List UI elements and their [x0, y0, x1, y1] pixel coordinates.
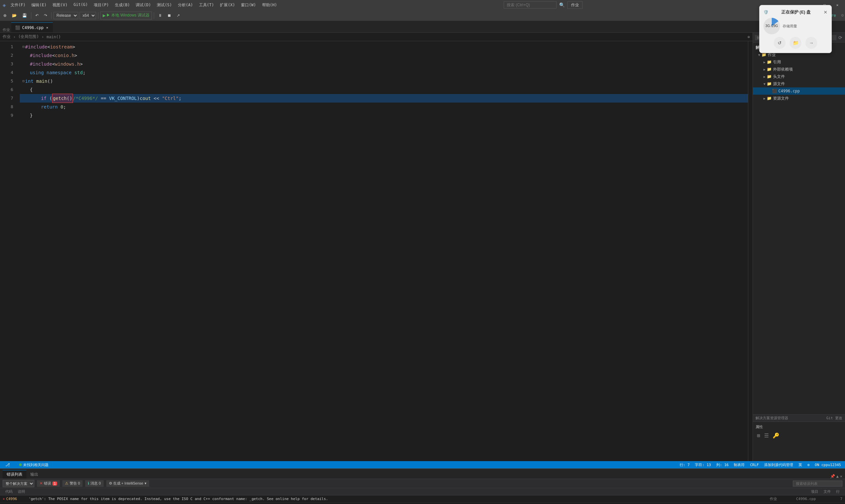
error-search-input[interactable]	[793, 481, 842, 487]
resource-files-label: 资源文件	[773, 96, 789, 101]
editor-scrollbar[interactable]	[748, 41, 753, 461]
tab-output[interactable]: 输出	[27, 470, 42, 479]
line-num-7: 7	[0, 94, 16, 103]
code-line-2: #include<conio.h>	[20, 51, 748, 60]
antivirus-folder-icon[interactable]: 📁	[790, 37, 802, 49]
menu-build[interactable]: 生成(B)	[112, 2, 133, 8]
title-bar: ◈ 文件(F) 编辑(E) 视图(V) Git(G) 项目(P) 生成(B) 调…	[0, 0, 845, 10]
scope-filter-dropdown[interactable]: 整个解决方案	[3, 480, 34, 487]
solution-btn[interactable]: 作业	[1, 28, 11, 32]
feedback-icon[interactable]: ☺	[841, 13, 844, 18]
git-changes-label[interactable]: Git 更改	[827, 416, 843, 420]
menu-analyze[interactable]: 分析(A)	[175, 2, 196, 8]
menu-test[interactable]: 测试(S)	[154, 2, 175, 8]
breadcrumb-add-icon[interactable]: ⊕	[747, 35, 750, 39]
error-status[interactable]: 未找到相关问题	[18, 463, 50, 467]
status-add-source[interactable]: 添加到源代码管理	[763, 463, 794, 467]
status-char[interactable]: 字符: 13	[693, 463, 712, 467]
status-indent[interactable]: 制表符	[733, 463, 746, 467]
warning-icon: ⚠	[65, 481, 68, 486]
menu-project[interactable]: 项目(P)	[91, 2, 111, 8]
toolbar-new-project[interactable]: ⊕	[1, 12, 8, 19]
menu-edit[interactable]: 编辑(E)	[29, 2, 49, 8]
code-line-1: ⊟ #include<iostream>	[20, 42, 748, 51]
run-button[interactable]: ▶ ▶ 本地 Windows 调试器	[100, 12, 152, 19]
toolbar-open[interactable]: 📂	[10, 12, 19, 19]
prop-list-icon[interactable]: ☰	[763, 432, 770, 439]
menu-tools[interactable]: 工具(T)	[196, 2, 217, 8]
external-folder-icon: 📁	[767, 67, 772, 72]
code-editor[interactable]: 1 2 3 4 5 6 7 8 9 ⊟ #include<iostream>	[0, 41, 753, 461]
solution-explorer: 解决方案 '作业' (1 个项目，共 1 个) ▼ 📁 作业 ▶ 📁 引用 ▶ …	[753, 42, 845, 414]
antivirus-refresh-icon[interactable]: ↺	[774, 37, 786, 49]
close-button[interactable]: ✕	[832, 2, 842, 8]
error-row-0[interactable]: ✕ C4996 'getch': The POSIX name for this…	[0, 496, 845, 503]
toolbar: ⊕ 📂 💾 ↶ ↷ Release Debug x64 x86 ▶ ▶ 本地 W…	[0, 10, 845, 21]
warning-filter-button[interactable]: ⚠ 警告 0	[63, 480, 83, 487]
build-filter-button[interactable]: ⚙ 生成 + IntelliSense ▾	[106, 480, 149, 487]
menu-debug[interactable]: 调试(D)	[133, 2, 154, 8]
toolbar-stop-btn[interactable]: ⏹	[165, 12, 173, 19]
status-col[interactable]: 列: 16	[715, 463, 730, 467]
menu-help[interactable]: 帮助(H)	[260, 2, 280, 8]
fold-icon-1[interactable]: ⊟	[22, 42, 24, 51]
tab-close-button[interactable]: ✕	[46, 25, 49, 30]
status-encoding[interactable]: CRLF	[749, 463, 760, 467]
prop-key-icon[interactable]: 🔑	[771, 432, 781, 439]
sync-icon[interactable]: ⟳	[838, 34, 843, 41]
menu-file[interactable]: 文件(F)	[8, 2, 29, 8]
tree-c4996-file[interactable]: ▶ ⬛ C4996.cpp	[753, 87, 845, 95]
references-arrow: ▶	[763, 60, 765, 64]
status-lang[interactable]: 英	[797, 463, 804, 467]
fold-icon-5[interactable]: ⊟	[22, 77, 24, 86]
status-user[interactable]: ON cppu12345	[814, 463, 842, 467]
toolbar-undo[interactable]: ↶	[33, 12, 40, 19]
editor-container: 作业 › (全局范围) › main() ⊕ 1 2 3 4 5 6 7 8 9	[0, 33, 753, 461]
tree-resource-files[interactable]: ▶ 📁 资源文件	[753, 95, 845, 102]
antivirus-storage: 3G /29G 存储用量	[763, 18, 828, 34]
tab-label: C4996.cpp	[22, 25, 43, 30]
tree-references[interactable]: ▶ 📁 引用	[753, 58, 845, 66]
menu-git[interactable]: Git(G)	[71, 2, 90, 8]
dropdown-arrow-icon: ▾	[145, 481, 146, 486]
antivirus-popup: 🛡️ 正在保护 (E) 盘 ✕ 3G /29G 存储用量 ↺ 📁 →	[759, 5, 832, 53]
tab-error-list[interactable]: 错误列表	[3, 470, 27, 479]
menu-view[interactable]: 视图(V)	[50, 2, 70, 8]
toolbar-step-btn[interactable]: ↗	[175, 12, 182, 19]
source-control-icon[interactable]: ⎇	[3, 463, 13, 467]
tree-external-deps[interactable]: ▶ 📁 外部依赖项	[753, 66, 845, 73]
title-bar-left: ◈ 文件(F) 编辑(E) 视图(V) Git(G) 项目(P) 生成(B) 调…	[3, 2, 280, 8]
properties-toolbar: ⊞ ☰ 🔑	[756, 432, 842, 439]
antivirus-action-icons: ↺ 📁 →	[763, 37, 828, 49]
info-filter-button[interactable]: ℹ 消息 0	[85, 480, 103, 487]
tab-c4996[interactable]: ⬛ C4996.cpp ✕	[11, 22, 53, 32]
antivirus-export-icon[interactable]: →	[805, 37, 817, 49]
main-layout: 作业 › (全局范围) › main() ⊕ 1 2 3 4 5 6 7 8 9	[0, 33, 845, 461]
status-line[interactable]: 行: 7	[678, 463, 691, 467]
platform-dropdown[interactable]: x64 x86	[80, 12, 96, 19]
error-filter-button[interactable]: ✕ 错误 1	[37, 480, 60, 487]
prop-grid-icon[interactable]: ⊞	[756, 432, 761, 439]
title-search-input[interactable]	[504, 1, 557, 8]
solution-manager-label[interactable]: 解决方案资源管理器	[756, 416, 788, 420]
toolbar-debug-btn[interactable]: ⏸	[156, 12, 164, 19]
status-gear[interactable]: ⚙	[806, 463, 811, 467]
menu-window[interactable]: 窗口(W)	[238, 2, 259, 8]
line-num-8: 8	[0, 103, 16, 111]
bottom-pin-icon[interactable]: 📌	[830, 474, 835, 479]
menu-extensions[interactable]: 扩展(X)	[217, 2, 237, 8]
bottom-close-icon[interactable]: ✕	[840, 474, 842, 479]
toolbar-save[interactable]: 💾	[20, 12, 29, 19]
config-dropdown[interactable]: Release Debug	[53, 12, 78, 19]
antivirus-close-button[interactable]: ✕	[824, 10, 828, 15]
tree-header-files[interactable]: ▶ 📁 头文件	[753, 73, 845, 80]
properties-panel: 属性 ⊞ ☰ 🔑	[753, 421, 845, 461]
toolbar-redo[interactable]: ↷	[42, 12, 49, 19]
project-arrow: ▼	[758, 53, 760, 57]
search-icon[interactable]: 🔍	[559, 2, 565, 7]
tree-source-files[interactable]: ▼ 📁 源文件	[753, 80, 845, 87]
bottom-expand-icon[interactable]: ▲	[837, 474, 839, 479]
resource-folder-icon: 📁	[767, 96, 772, 101]
code-content[interactable]: ⊟ #include<iostream> #include<conio.h> #…	[20, 41, 748, 461]
line-num-5: 5	[0, 77, 16, 86]
